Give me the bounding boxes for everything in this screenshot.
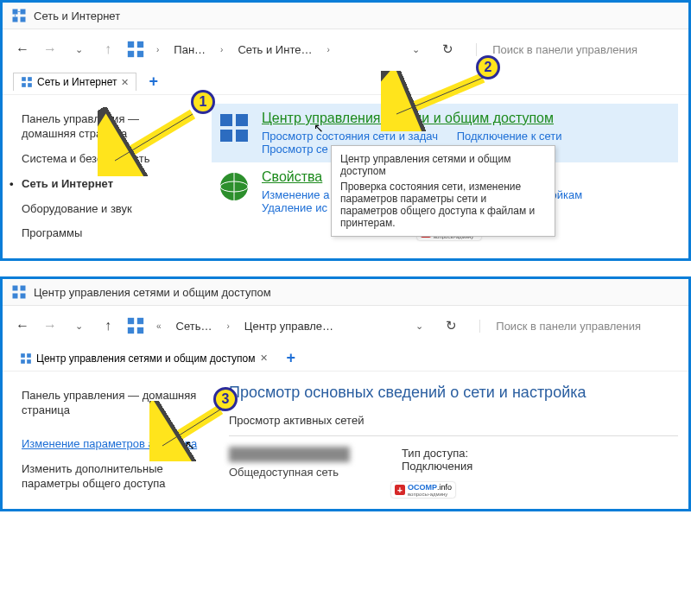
breadcrumb-item[interactable]: Пан…	[170, 41, 209, 59]
refresh-button[interactable]: ↻	[439, 314, 464, 337]
network-type: Общедоступная сеть	[229, 466, 350, 479]
network-info: Общедоступная сеть	[229, 447, 350, 479]
badge-1: 1	[191, 90, 215, 114]
svg-rect-38	[27, 359, 31, 364]
addr-dropdown[interactable]: ⌄	[405, 41, 427, 59]
svg-rect-8	[128, 51, 134, 57]
link-view-status[interactable]: Просмотр состояния сети и задач	[262, 130, 438, 143]
svg-rect-10	[22, 77, 26, 81]
network-icon	[126, 40, 145, 59]
svg-rect-32	[137, 318, 143, 324]
link-connect[interactable]: Подключение к сети	[457, 130, 562, 143]
sidebar-item-system[interactable]: Система и безопасность	[22, 147, 196, 172]
link-change[interactable]: Изменение а	[262, 188, 329, 201]
window-title: Сеть и Интернет	[34, 10, 120, 22]
page-title: Просмотр основных сведений о сети и наст…	[229, 384, 678, 402]
sidebar-item-hardware[interactable]: Оборудование и звук	[22, 197, 196, 222]
plus-icon: +	[395, 485, 405, 495]
svg-rect-28	[21, 286, 26, 291]
add-tab-button[interactable]: +	[142, 73, 165, 91]
svg-rect-12	[22, 83, 26, 87]
network-icon	[11, 8, 27, 23]
link-view-net[interactable]: Просмотр се	[262, 143, 328, 156]
tooltip: Центр управления сетями и общим доступом…	[331, 145, 555, 237]
svg-rect-34	[137, 327, 143, 333]
close-icon[interactable]: ✕	[260, 352, 268, 364]
category-title-link[interactable]: Свойства	[262, 169, 322, 185]
svg-rect-30	[21, 294, 26, 299]
addr-dropdown[interactable]: ⌄	[409, 317, 430, 335]
add-tab-button[interactable]: +	[280, 349, 303, 367]
titlebar: Сеть и Интернет	[3, 3, 688, 29]
svg-rect-3	[21, 17, 26, 22]
tooltip-body: Проверка состояния сети, изменение парам…	[340, 181, 546, 229]
sidebar-item-home[interactable]: Панель управления — домашняя страница	[22, 107, 196, 147]
breadcrumb-item[interactable]: Сеть и Инте…	[234, 41, 315, 59]
chevron-icon: «	[154, 321, 164, 331]
breadcrumb-item[interactable]: Центр управле…	[241, 317, 337, 335]
forward-button[interactable]: →	[41, 41, 60, 57]
search-input[interactable]: Поиск в панели управления	[479, 320, 678, 333]
access-type-label: Тип доступа:	[402, 447, 472, 460]
sidebar-item-programs[interactable]: Программы	[22, 221, 196, 246]
link-delete[interactable]: Удаление ис	[262, 201, 327, 214]
content-area: Центр управления сетями и общим доступом…	[201, 95, 688, 258]
svg-rect-15	[236, 114, 248, 126]
svg-rect-9	[137, 51, 143, 57]
up-button[interactable]: ↑	[98, 318, 117, 333]
chevron-icon: ›	[154, 45, 162, 54]
svg-rect-0	[13, 10, 18, 15]
badge-2: 2	[476, 55, 500, 79]
sidebar-item-advanced-sharing[interactable]: Изменить дополнительные параметры общего…	[22, 457, 213, 497]
forward-button[interactable]: →	[41, 318, 60, 333]
sidebar-link-adapter-settings[interactable]: Изменение параметров адаптера	[22, 432, 197, 457]
network-icon	[21, 76, 33, 88]
category-title-link[interactable]: Центр управления сетями и общим доступом	[262, 111, 554, 126]
window-body: Панель управления — домашняя страница Си…	[3, 95, 688, 258]
tab-network[interactable]: Сеть и Интернет ✕	[13, 73, 136, 91]
network-icon	[20, 352, 32, 365]
history-dropdown[interactable]: ⌄	[68, 317, 90, 335]
tab-label: Сеть и Интернет	[37, 76, 117, 88]
chevron-icon: ›	[324, 45, 332, 54]
watermark: + OCOMP.infoвопросы-админу	[391, 482, 455, 498]
network-name-blurred	[229, 447, 350, 462]
refresh-button[interactable]: ↻	[435, 38, 460, 60]
sidebar-item-network[interactable]: Сеть и Интернет	[22, 172, 196, 197]
toolbar: ← → ⌄ ↑ « Сеть… › Центр управле… ⌄ ↻ Пои…	[3, 306, 688, 346]
window-network-internet: Сеть и Интернет ← → ⌄ ↑ › Пан… › Сеть и …	[0, 0, 691, 261]
tabbar: Центр управления сетями и общим доступом…	[3, 346, 688, 372]
titlebar: Центр управления сетями и общим доступом	[3, 279, 688, 306]
history-dropdown[interactable]: ⌄	[68, 41, 90, 59]
network-icon	[126, 316, 145, 335]
watermark-sub: вопросы-админу	[408, 492, 452, 497]
svg-rect-35	[21, 353, 25, 358]
network-center-icon	[217, 111, 251, 145]
svg-rect-13	[28, 83, 32, 87]
svg-rect-29	[13, 294, 18, 299]
svg-rect-27	[13, 286, 18, 291]
globe-icon	[217, 169, 251, 204]
back-button[interactable]: ←	[13, 318, 32, 333]
tab-label: Центр управления сетями и общим доступом	[36, 352, 256, 365]
breadcrumb-item[interactable]: Сеть…	[173, 317, 216, 335]
up-button[interactable]: ↑	[98, 41, 117, 57]
svg-rect-31	[128, 318, 134, 324]
svg-rect-11	[28, 77, 32, 81]
search-input[interactable]: Поиск в панели управления	[476, 43, 678, 56]
cursor-icon: ↖	[314, 121, 324, 135]
window-title: Центр управления сетями и общим доступом	[34, 286, 271, 299]
tab-network-center[interactable]: Центр управления сетями и общим доступом…	[13, 350, 275, 367]
svg-rect-14	[220, 114, 232, 126]
sidebar-item-home[interactable]: Панель управления — домашняя страница	[22, 384, 213, 423]
section-heading: Просмотр активных сетей	[229, 414, 678, 427]
network-icon	[11, 284, 27, 300]
toolbar: ← → ⌄ ↑ › Пан… › Сеть и Инте… › ⌄ ↻ Поис…	[3, 29, 688, 69]
svg-rect-2	[13, 17, 18, 22]
window-network-center: Центр управления сетями и общим доступом…	[0, 276, 691, 511]
svg-rect-36	[27, 353, 31, 358]
close-icon[interactable]: ✕	[121, 77, 129, 88]
svg-rect-6	[128, 41, 134, 48]
svg-rect-16	[220, 130, 232, 142]
back-button[interactable]: ←	[13, 41, 32, 57]
